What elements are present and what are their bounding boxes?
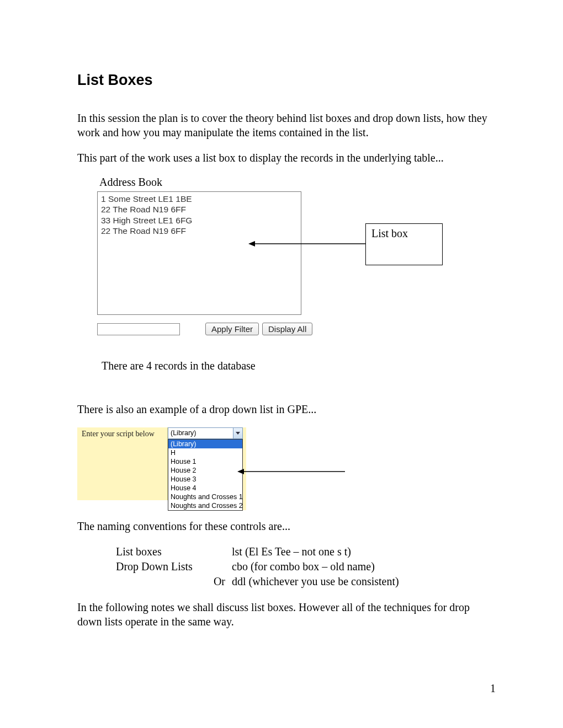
- dropdown-option[interactable]: Noughts and Crosses 1: [168, 493, 242, 501]
- gpe-dropdown-list[interactable]: (Library) H House 1 House 2 House 3 Hous…: [168, 439, 243, 511]
- filter-input[interactable]: [97, 323, 180, 335]
- arrow-icon: [237, 466, 348, 477]
- convention-row: Drop Down Lists cbo (for combo box – old…: [116, 559, 497, 574]
- dropdown-option[interactable]: House 4: [168, 484, 242, 493]
- dropdown-option[interactable]: House 1: [168, 457, 242, 466]
- callout-listbox: List box: [365, 223, 443, 265]
- document-page: List Boxes In this session the plan is t…: [0, 0, 563, 728]
- apply-filter-button[interactable]: Apply Filter: [205, 323, 259, 335]
- intro-paragraph-1: In this session the plan is to cover the…: [77, 111, 497, 140]
- dropdown-option[interactable]: House 3: [168, 475, 242, 484]
- figure-listbox: Address Book 1 Some Street LE1 1BE 22 Th…: [77, 176, 497, 397]
- convention-row: List boxes lst (El Es Tee – not one s t): [116, 544, 497, 559]
- display-all-button[interactable]: Display All: [262, 323, 312, 335]
- addressbook-heading: Address Book: [99, 176, 162, 189]
- gpe-select[interactable]: (Library): [168, 427, 243, 439]
- list-item[interactable]: 33 High Street LE1 6FG: [101, 215, 298, 226]
- convention-name: Or: [116, 574, 232, 589]
- filter-controls: Apply Filter Display All: [97, 323, 320, 335]
- list-item[interactable]: 22 The Road N19 6FF: [101, 226, 298, 236]
- gpe-prompt-label: Enter your script below: [82, 430, 155, 438]
- intro-paragraph-2: This part of the work uses a list box to…: [77, 151, 497, 165]
- records-count-message: There are 4 records in the database: [102, 360, 256, 372]
- chevron-down-icon[interactable]: [233, 428, 242, 438]
- convention-name: List boxes: [116, 544, 232, 559]
- gpe-right-panel-edge: [243, 427, 246, 510]
- list-item[interactable]: 1 Some Street LE1 1BE: [101, 194, 298, 204]
- naming-conventions: List boxes lst (El Es Tee – not one s t)…: [116, 544, 497, 589]
- addressbook-listbox[interactable]: 1 Some Street LE1 1BE 22 The Road N19 6F…: [97, 191, 301, 315]
- convention-prefix: lst (El Es Tee – not one s t): [232, 544, 351, 559]
- list-item[interactable]: 22 The Road N19 6FF: [101, 204, 298, 215]
- gpe-left-panel: Enter your script below: [77, 427, 168, 500]
- gpe-select-value: (Library): [171, 429, 196, 437]
- callout-label: List box: [371, 227, 408, 239]
- dropdown-option[interactable]: (Library): [168, 440, 242, 448]
- dropdown-option[interactable]: H: [168, 448, 242, 457]
- dropdown-option[interactable]: House 2: [168, 466, 242, 475]
- convention-name: Drop Down Lists: [116, 559, 232, 574]
- paragraph-closing: In the following notes we shall discuss …: [77, 600, 497, 629]
- convention-prefix: ddl (whichever you use be consistent): [232, 574, 399, 589]
- page-number: 1: [490, 682, 496, 695]
- paragraph-gpe: There is also an example of a drop down …: [77, 402, 497, 416]
- figure-dropdown: Enter your script below (Library) (Libra…: [77, 427, 497, 516]
- page-title: List Boxes: [77, 72, 497, 89]
- svg-marker-2: [236, 432, 240, 435]
- convention-prefix: cbo (for combo box – old name): [232, 559, 375, 574]
- dropdown-option[interactable]: Noughts and Crosses 2: [168, 501, 242, 510]
- paragraph-conventions-intro: The naming conventions for these control…: [77, 519, 497, 533]
- convention-row: Or ddl (whichever you use be consistent): [116, 574, 497, 589]
